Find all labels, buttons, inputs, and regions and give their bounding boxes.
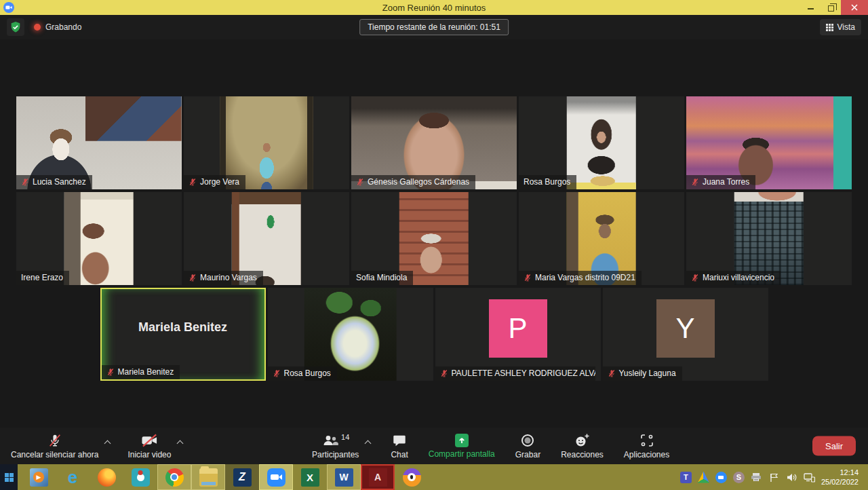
participant-name: Maurino Vargas [200, 273, 257, 282]
grid-row: Lucia SanchezJorge VeraGénesis Gallegos … [0, 96, 868, 189]
participant-name-label: Rosa Burgos [268, 366, 337, 381]
chrome-icon-glyph [165, 468, 184, 487]
chat-button[interactable]: Chat [391, 433, 408, 459]
participants-count-badge: 14 [341, 433, 349, 441]
meeting-security-button[interactable] [7, 18, 24, 36]
participants-button[interactable]: 14 Participantes [312, 433, 359, 459]
window-title: Zoom Reunión 40 minutos [0, 3, 868, 13]
start-button[interactable] [0, 464, 18, 490]
apps-button[interactable]: Aplicaciones [624, 433, 669, 459]
screen-recorder-icon[interactable] [123, 464, 157, 490]
participant-tile-4[interactable]: Rosa Burgos [519, 96, 684, 189]
avast-browser-icon[interactable] [395, 464, 429, 490]
muted-mic-icon [106, 368, 115, 376]
participant-tile-9[interactable]: Maria Vargas distrito 09D21 [519, 192, 684, 285]
participants-options-chevron-icon[interactable] [365, 440, 372, 447]
participant-name-label: Maurino Vargas [184, 271, 263, 285]
volume-icon[interactable] [786, 472, 797, 483]
participant-tile-6[interactable]: Irene Erazo [16, 192, 182, 285]
scanner-app-icon-glyph: Z [233, 468, 252, 487]
muted-mic-icon [691, 274, 699, 282]
muted-mic-icon [440, 369, 448, 377]
teams-icon[interactable]: T [680, 472, 692, 483]
participant-tile-13[interactable]: PPAULETTE ASHLEY RODRIGUEZ ALVAR... [435, 288, 601, 381]
firefox-icon[interactable] [90, 464, 123, 490]
camera-off-icon [141, 433, 158, 448]
participant-tile-3[interactable]: Génesis Gallegos Cárdenas [351, 96, 517, 189]
participant-tile-14[interactable]: YYusleily Laguna [603, 288, 768, 381]
internet-explorer-icon[interactable]: e [56, 464, 90, 490]
acrobat-icon-glyph: A [369, 468, 387, 487]
meeting-toolbar: Cancelar silenciar ahora Iniciar video 1… [0, 428, 868, 464]
participant-name: Rosa Burgos [284, 369, 331, 378]
participant-name-label: Irene Erazo [16, 271, 69, 285]
participant-display-name: Mariela Benitez [102, 320, 264, 334]
record-icon [520, 433, 535, 448]
leave-meeting-button[interactable]: Salir [812, 436, 856, 456]
muted-mic-icon [189, 178, 197, 186]
participant-name-label: Yusleily Laguna [603, 366, 682, 381]
windows-logo-icon [5, 473, 14, 482]
clock-date: 25/02/2022 [821, 477, 859, 487]
reactions-button[interactable]: Reacciones [561, 433, 604, 459]
zoom-app-icon[interactable] [259, 464, 293, 490]
participant-tile-2[interactable]: Jorge Vera [184, 96, 349, 189]
muted-mic-icon [691, 178, 699, 186]
start-video-label: Iniciar video [127, 450, 171, 459]
window-titlebar: Zoom Reunión 40 minutos [0, 0, 868, 15]
participant-tile-11[interactable]: Mariela BenitezMariela Benitez [100, 288, 266, 381]
taskbar-apps: ▶eZXWA [22, 464, 429, 490]
record-label: Grabar [515, 450, 540, 459]
participant-tile-12[interactable]: Rosa Burgos [268, 288, 433, 381]
participant-tile-1[interactable]: Lucia Sanchez [16, 96, 182, 189]
google-drive-icon[interactable] [698, 472, 709, 483]
share-screen-label: Compartir pantalla [429, 449, 495, 459]
zoom-tray-icon[interactable] [715, 472, 727, 483]
view-label: Vista [837, 22, 855, 32]
share-screen-button[interactable]: Compartir pantalla [429, 434, 495, 459]
mic-options-chevron-icon[interactable] [104, 440, 111, 447]
internet-explorer-icon-glyph: e [64, 468, 82, 487]
participant-tile-10[interactable]: Mariuxi villavicencio [686, 192, 852, 285]
acrobat-icon[interactable]: A [361, 464, 395, 490]
recording-label: Grabando [45, 22, 81, 32]
chat-icon [392, 433, 407, 448]
view-button[interactable]: Vista [820, 19, 861, 35]
system-tray: T S 12:14 25/02/2022 [680, 464, 868, 490]
network-icon[interactable] [804, 472, 815, 483]
record-button[interactable]: Grabar [515, 433, 540, 459]
mic-muted-icon [47, 433, 62, 448]
unmute-label: Cancelar silenciar ahora [11, 450, 98, 459]
participant-name: Jorge Vera [200, 177, 239, 187]
shield-icon [9, 21, 22, 33]
taskbar-clock[interactable]: 12:14 25/02/2022 [821, 468, 861, 487]
meeting-timer: Tiempo restante de la reunión: 01:51 [359, 19, 509, 35]
participant-tile-8[interactable]: Sofia Mindiola [351, 192, 517, 285]
file-explorer-icon[interactable] [191, 464, 225, 490]
muted-mic-icon [524, 274, 532, 282]
chat-label: Chat [391, 450, 408, 459]
avast-browser-icon-glyph [403, 468, 421, 487]
participant-name-label: Mariuxi villavicencio [686, 271, 781, 285]
video-options-chevron-icon[interactable] [177, 440, 184, 447]
participant-tile-5[interactable]: Juana Torres [686, 96, 852, 189]
word-icon[interactable]: W [327, 464, 361, 490]
restore-icon [828, 5, 834, 12]
chrome-icon[interactable] [157, 464, 191, 490]
windows-media-player-icon-glyph: ▶ [30, 468, 48, 487]
printer-icon[interactable] [751, 472, 762, 483]
windows-media-player-icon[interactable]: ▶ [22, 464, 56, 490]
participant-name: Juana Torres [703, 177, 749, 187]
start-video-button[interactable]: Iniciar video [127, 433, 171, 459]
grid-row: Mariela BenitezMariela BenitezRosa Burgo… [0, 288, 868, 381]
file-explorer-icon-glyph [199, 468, 218, 487]
action-center-flag-icon[interactable] [768, 472, 780, 483]
recording-dot-icon [34, 24, 41, 31]
participant-tile-7[interactable]: Maurino Vargas [184, 192, 349, 285]
skype-icon[interactable]: S [733, 472, 745, 483]
unmute-button[interactable]: Cancelar silenciar ahora [11, 433, 98, 459]
participant-name: Rosa Burgos [524, 177, 570, 187]
participant-avatar: P [489, 299, 547, 358]
excel-icon[interactable]: X [293, 464, 327, 490]
scanner-app-icon[interactable]: Z [225, 464, 259, 490]
